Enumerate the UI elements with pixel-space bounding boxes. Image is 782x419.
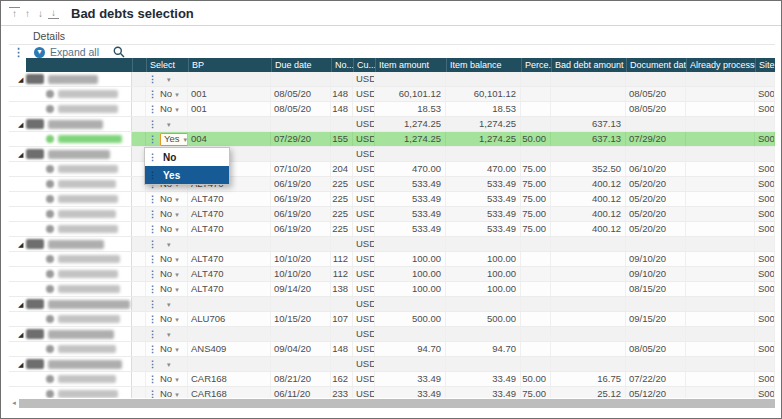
cell-percentage[interactable]: 75.00	[521, 177, 551, 191]
cell-already_processed[interactable]	[686, 162, 755, 176]
tree-node-blurred[interactable]	[26, 132, 132, 146]
cell-bp[interactable]: CAR168	[188, 372, 271, 386]
cell-already_processed[interactable]	[686, 282, 755, 296]
cell-percentage[interactable]: 50.00	[521, 372, 551, 386]
chevron-down-icon[interactable]: ▾	[175, 256, 179, 263]
cell-bp[interactable]: ALT470	[188, 207, 271, 221]
chevron-down-icon[interactable]: ▾	[167, 241, 171, 248]
cell-number[interactable]: 148	[331, 102, 353, 116]
cell-bp[interactable]	[188, 297, 271, 311]
row-kebab-icon[interactable]: ⋮	[148, 345, 157, 354]
cell-item_balance[interactable]: 1,274.25	[446, 132, 521, 146]
cell-item_balance[interactable]	[446, 297, 521, 311]
cell-document_date[interactable]: 09/10/20	[626, 252, 686, 266]
cell-currency[interactable]: USD	[353, 267, 375, 281]
cell-number[interactable]	[331, 117, 353, 131]
cell-bad_debt_amount[interactable]	[551, 72, 626, 86]
cell-currency[interactable]: USD	[353, 117, 375, 131]
cell-bad_debt_amount[interactable]	[551, 327, 626, 341]
table-row[interactable]: ⋮No▾ALT47006/19/20225USD533.49533.4975.0…	[9, 177, 775, 192]
cell-number[interactable]	[331, 147, 353, 161]
cell-item_amount[interactable]	[375, 237, 446, 251]
table-row[interactable]: ⋮No▾ALT47006/19/20225USD533.49533.4975.0…	[9, 192, 775, 207]
cell-bad_debt_amount[interactable]	[551, 312, 626, 326]
cell-due_date[interactable]: 08/05/20	[271, 87, 331, 101]
select-cell[interactable]: ⋮No▾	[146, 102, 188, 116]
cell-due_date[interactable]: 08/21/20	[271, 372, 331, 386]
cell-currency[interactable]: USD	[353, 207, 375, 221]
cell-currency[interactable]: USD	[353, 222, 375, 236]
tree-node-blurred[interactable]	[26, 237, 132, 251]
cell-already_processed[interactable]	[686, 207, 755, 221]
chevron-down-icon[interactable]: ▾	[175, 211, 179, 218]
cell-number[interactable]: 112	[331, 267, 353, 281]
cell-bp[interactable]: ALT470	[188, 252, 271, 266]
select-cell[interactable]: ⋮No▾	[146, 342, 188, 356]
column-header-document_date[interactable]: Document date	[626, 58, 686, 72]
cell-currency[interactable]: USD	[353, 282, 375, 296]
cell-bad_debt_amount[interactable]	[551, 102, 626, 116]
cell-document_date[interactable]: 08/05/20	[626, 102, 686, 116]
cell-due_date[interactable]	[271, 117, 331, 131]
row-kebab-icon[interactable]: ⋮	[148, 330, 157, 339]
tree-node-blurred[interactable]	[26, 372, 132, 386]
tree-node-blurred[interactable]	[26, 342, 132, 356]
cell-due_date[interactable]	[271, 297, 331, 311]
select-cell[interactable]: ⋮No▾	[146, 222, 188, 236]
cell-currency[interactable]: USD	[353, 327, 375, 341]
cell-currency[interactable]: USD	[353, 87, 375, 101]
cell-item_amount[interactable]: 33.49	[375, 372, 446, 386]
cell-number[interactable]: 138	[331, 282, 353, 296]
select-cell[interactable]: ⋮▾	[146, 72, 188, 86]
row-kebab-icon[interactable]: ⋮	[148, 375, 157, 384]
select-cell[interactable]: ⋮No▾	[146, 372, 188, 386]
row-kebab-icon[interactable]: ⋮	[148, 135, 157, 144]
table-row[interactable]: ⋮No▾ANS40909/04/20148USD94.7094.7008/05/…	[9, 342, 775, 357]
cell-percentage[interactable]	[521, 312, 551, 326]
cell-site[interactable]: S001	[755, 342, 775, 356]
cell-item_balance[interactable]	[446, 327, 521, 341]
tree-node-blurred[interactable]	[26, 312, 132, 326]
cell-number[interactable]: 148	[331, 87, 353, 101]
cell-document_date[interactable]	[626, 147, 686, 161]
cell-bp[interactable]: ANS409	[188, 342, 271, 356]
cell-site[interactable]: S001	[755, 192, 775, 206]
select-cell[interactable]: ⋮No▾	[146, 282, 188, 296]
select-cell[interactable]: ⋮No▾	[146, 252, 188, 266]
cell-item_amount[interactable]: 1,274.25	[375, 132, 446, 146]
column-header-select[interactable]: Select	[146, 58, 188, 72]
row-kebab-icon[interactable]: ⋮	[148, 90, 157, 99]
cell-bp[interactable]: 004	[188, 132, 271, 146]
cell-item_amount[interactable]: 18.53	[375, 102, 446, 116]
cell-number[interactable]: 225	[331, 207, 353, 221]
cell-number[interactable]	[331, 72, 353, 86]
tree-node-blurred[interactable]	[26, 147, 132, 161]
cell-currency[interactable]: USD	[353, 312, 375, 326]
cell-already_processed[interactable]	[686, 252, 755, 266]
cell-already_processed[interactable]	[686, 372, 755, 386]
cell-currency[interactable]: USD	[353, 177, 375, 191]
tree-expand-icon[interactable]: ◢	[9, 121, 23, 128]
column-header-due_date[interactable]: Due date	[271, 58, 331, 72]
tree-expand-icon[interactable]: ◢	[9, 151, 23, 158]
cell-due_date[interactable]: 06/19/20	[271, 222, 331, 236]
column-header-percentage[interactable]: Perce...	[521, 58, 551, 72]
cell-item_amount[interactable]: 500.00	[375, 312, 446, 326]
select-cell[interactable]: ⋮No▾	[146, 267, 188, 281]
cell-item_amount[interactable]	[375, 327, 446, 341]
tree-expand-icon[interactable]: ◢	[9, 331, 23, 338]
cell-document_date[interactable]	[626, 237, 686, 251]
cell-item_amount[interactable]: 100.00	[375, 282, 446, 296]
tree-node-blurred[interactable]	[26, 297, 132, 311]
cell-site[interactable]: S001	[755, 102, 775, 116]
cell-currency[interactable]: USD	[353, 147, 375, 161]
cell-bp[interactable]	[188, 117, 271, 131]
select-cell[interactable]: ⋮No▾	[146, 312, 188, 326]
chevron-down-icon[interactable]: ▾	[175, 106, 179, 113]
cell-bad_debt_amount[interactable]: 352.50	[551, 162, 626, 176]
cell-currency[interactable]: USD	[353, 132, 375, 146]
cell-item_balance[interactable]: 60,101.12	[446, 87, 521, 101]
select-dropdown[interactable]: Yes▾	[160, 133, 188, 146]
cell-already_processed[interactable]	[686, 177, 755, 191]
chevron-down-icon[interactable]: ▾	[167, 331, 171, 338]
